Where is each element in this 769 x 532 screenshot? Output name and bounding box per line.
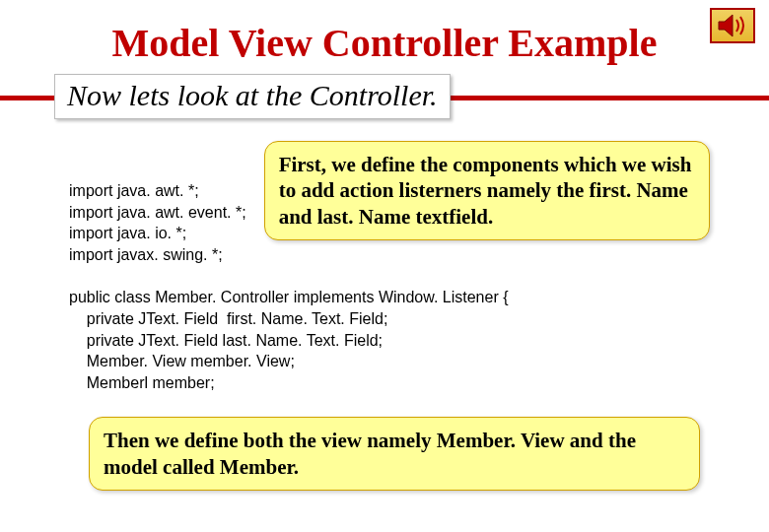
class-code: public class Member. Controller implemen… <box>69 287 710 393</box>
subtitle: Now lets look at the Controller. <box>54 74 451 119</box>
imports-code: import java. awt. *; import java. awt. e… <box>69 180 246 265</box>
speaker-icon[interactable] <box>710 8 755 43</box>
code-line: Member. View member. View; <box>69 353 295 369</box>
code-line: private JText. Field first. Name. Text. … <box>69 310 387 327</box>
svg-marker-0 <box>719 15 733 36</box>
code-line: Memberl member; <box>69 374 215 391</box>
import-line: import java. io. *; <box>69 223 246 244</box>
import-line: import javax. swing. *; <box>69 244 246 266</box>
title-divider: Now lets look at the Controller. <box>0 74 769 123</box>
callout-second: Then we define both the view namely Memb… <box>89 417 700 491</box>
content-area: import java. awt. *; import java. awt. e… <box>0 123 769 491</box>
code-line: public class Member. Controller implemen… <box>69 289 509 305</box>
import-line: import java. awt. event. *; <box>69 202 246 224</box>
code-line: private JText. Field last. Name. Text. F… <box>69 332 383 349</box>
slide-title: Model View Controller Example <box>0 20 769 66</box>
callout-first: First, we define the components which we… <box>264 141 710 240</box>
import-line: import java. awt. *; <box>69 180 246 202</box>
